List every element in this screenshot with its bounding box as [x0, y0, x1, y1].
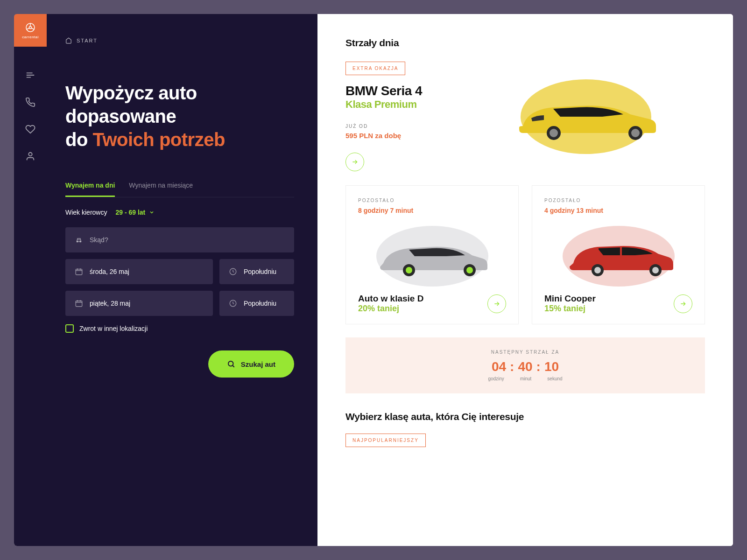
- remain-label: POZOSTAŁO: [358, 198, 506, 203]
- breadcrumb[interactable]: START: [65, 37, 294, 44]
- deals-title: Strzały dnia: [345, 37, 705, 49]
- app-root: carrental START Wypożycz auto dopasowane: [14, 14, 733, 546]
- deal-title: Mini Cooper: [544, 294, 596, 304]
- cd-hours: 04: [492, 359, 506, 374]
- svg-rect-5: [76, 269, 82, 275]
- svg-point-11: [550, 129, 558, 137]
- deal-discount: 15% taniej: [544, 304, 596, 314]
- tab-months[interactable]: Wynajem na miesiące: [129, 182, 193, 197]
- featured-info: EXTRA OKAZJA BMW Seria 4 Klasa Premium J…: [345, 62, 458, 171]
- class-section: Wybierz klasę auta, która Cię interesuje…: [345, 411, 705, 447]
- location-field[interactable]: [90, 236, 285, 244]
- search-button[interactable]: Szukaj aut: [208, 350, 294, 378]
- return-elsewhere-checkbox[interactable]: [65, 324, 74, 333]
- return-date-input[interactable]: piątek, 28 maj: [65, 291, 213, 316]
- menu-icon[interactable]: [25, 70, 35, 80]
- deal-discount: 20% taniej: [358, 304, 423, 314]
- featured-car-visual: [467, 62, 705, 171]
- phone-icon[interactable]: [25, 97, 35, 107]
- featured-car-name: BMW Seria 4: [345, 84, 458, 98]
- class-section-title: Wybierz klasę auta, która Cię interesuje: [345, 411, 705, 422]
- pickup-date-input[interactable]: środa, 26 maj: [65, 259, 213, 284]
- svg-point-21: [594, 267, 601, 273]
- remain-time: 8 godziny 7 minut: [358, 207, 506, 214]
- svg-point-15: [406, 267, 412, 273]
- steering-wheel-icon: [25, 22, 36, 33]
- countdown-label: NASTĘPNY STRZAŁ ZA: [358, 350, 693, 355]
- search-form: środa, 26 maj Popołudniu piątek, 28 maj …: [65, 227, 294, 316]
- deals-panel: Strzały dnia EXTRA OKAZJA BMW Seria 4 Kl…: [317, 14, 733, 546]
- extra-badge: EXTRA OKAZJA: [345, 62, 405, 75]
- cd-seconds: 10: [544, 359, 559, 374]
- featured-deal: EXTRA OKAZJA BMW Seria 4 Klasa Premium J…: [345, 62, 705, 171]
- logo[interactable]: carrental: [14, 14, 47, 47]
- deal-arrow-button[interactable]: [674, 294, 692, 313]
- nav-list: [25, 70, 35, 161]
- car-illustration: [560, 233, 677, 280]
- driver-age-row: Wiek kierowcy 29 - 69 lat: [65, 209, 294, 216]
- deal-visual: [544, 219, 692, 294]
- location-input[interactable]: [65, 227, 294, 252]
- deal-card-1[interactable]: POZOSTAŁO 8 godziny 7 minut Auto w klasi…: [345, 185, 519, 324]
- chevron-down-icon: [149, 210, 155, 215]
- deal-cards-row: POZOSTAŁO 8 godziny 7 minut Auto w klasi…: [345, 185, 705, 324]
- svg-point-17: [466, 267, 473, 273]
- rental-tabs: Wynajem na dni Wynajem na miesiące: [65, 182, 294, 197]
- deal-bottom: Auto w klasie D 20% taniej: [358, 294, 506, 314]
- pickup-time-input[interactable]: Popołudniu: [219, 259, 294, 284]
- car-illustration: [509, 91, 663, 142]
- home-icon: [65, 37, 72, 44]
- car-icon: [75, 236, 83, 244]
- remain-label: POZOSTAŁO: [544, 198, 692, 203]
- breadcrumb-start: START: [77, 38, 98, 43]
- heart-icon[interactable]: [25, 124, 35, 134]
- calendar-icon: [75, 299, 83, 308]
- svg-point-13: [631, 129, 640, 137]
- popular-filter-badge[interactable]: NAJPOPULARNIEJSZY: [345, 434, 426, 447]
- featured-arrow-button[interactable]: [345, 153, 364, 171]
- driver-age-select[interactable]: 29 - 69 lat: [115, 209, 155, 216]
- svg-rect-19: [620, 247, 622, 255]
- featured-price: 595 PLN za dobę: [345, 132, 458, 140]
- deal-bottom: Mini Cooper 15% taniej: [544, 294, 692, 314]
- deal-title: Auto w klasie D: [358, 294, 423, 304]
- svg-point-1: [29, 26, 32, 28]
- return-elsewhere-row: Zwrot w innej lokalizacji: [65, 324, 294, 333]
- countdown: NASTĘPNY STRZAŁ ZA 04 : 40 : 10 godziny …: [345, 337, 705, 393]
- svg-rect-7: [76, 301, 82, 307]
- remain-time: 4 godziny 13 minut: [544, 207, 692, 214]
- svg-point-2: [28, 153, 32, 156]
- return-time-input[interactable]: Popołudniu: [219, 291, 294, 316]
- clock-icon: [229, 299, 237, 308]
- price-label: JUŻ OD: [345, 124, 458, 129]
- car-illustration: [372, 233, 493, 280]
- featured-car-class: Klasa Premium: [345, 98, 458, 111]
- sidebar: carrental: [14, 14, 47, 546]
- tab-days[interactable]: Wynajem na dni: [65, 182, 115, 197]
- search-icon: [227, 360, 235, 368]
- clock-icon: [229, 267, 237, 276]
- svg-rect-18: [597, 247, 599, 255]
- cd-minutes: 40: [518, 359, 532, 374]
- deal-visual: [358, 219, 506, 294]
- calendar-icon: [75, 267, 83, 276]
- deal-arrow-button[interactable]: [487, 294, 506, 313]
- logo-text: carrental: [22, 35, 39, 39]
- deal-card-2[interactable]: POZOSTAŁO 4 godziny 13 minut Mi: [532, 185, 705, 324]
- svg-point-23: [652, 267, 659, 273]
- driver-age-label: Wiek kierowcy: [65, 209, 107, 216]
- search-panel: START Wypożycz auto dopasowane do Twoich…: [47, 14, 317, 546]
- arrow-right-icon: [493, 300, 500, 308]
- countdown-units: godziny minut sekund: [358, 376, 693, 381]
- svg-point-9: [228, 361, 233, 366]
- countdown-time: 04 : 40 : 10: [358, 359, 693, 374]
- return-elsewhere-label: Zwrot w innej lokalizacji: [79, 325, 148, 332]
- user-icon[interactable]: [25, 151, 35, 161]
- arrow-right-icon: [351, 158, 359, 166]
- arrow-right-icon: [679, 300, 687, 308]
- page-title: Wypożycz auto dopasowane do Twoich potrz…: [65, 81, 294, 151]
